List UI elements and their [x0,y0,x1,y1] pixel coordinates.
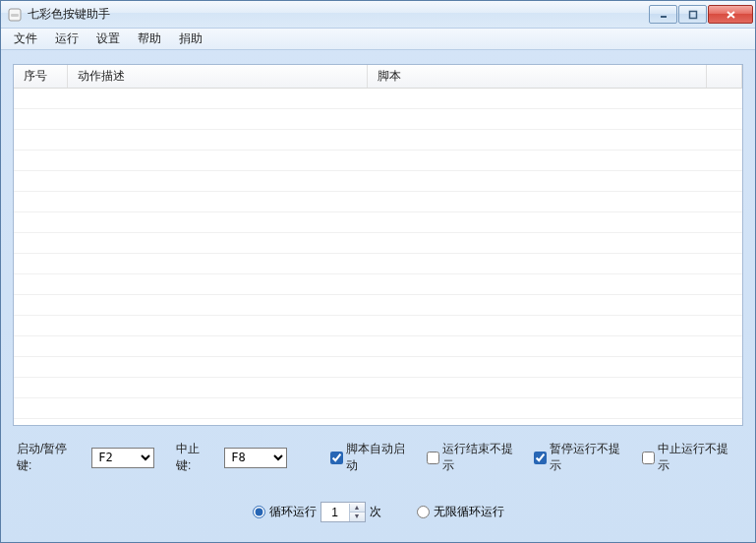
table-row[interactable] [14,192,742,212]
maximize-button[interactable] [678,5,707,24]
column-seq[interactable]: 序号 [14,65,68,88]
no-pause-prompt-label: 暂停运行不提示 [550,441,632,474]
client-area: 序号 动作描述 脚本 [1,50,755,542]
no-stop-prompt-label: 中止运行不提示 [658,441,740,474]
menu-help[interactable]: 帮助 [129,29,170,49]
window-title: 七彩色按键助手 [28,6,649,23]
no-stop-prompt-checkbox[interactable]: 中止运行不提示 [642,441,740,474]
app-icon [7,7,23,23]
main-window: 七彩色按键助手 文件 运行 设置 帮助 捐助 序号 动作描述 脚本 [0,0,756,543]
table-row[interactable] [14,151,742,171]
loop-infinite-input[interactable] [417,506,430,518]
column-script[interactable]: 脚本 [368,65,707,88]
window-controls [649,5,753,24]
loop-infinite-label: 无限循环运行 [434,504,504,520]
loop-count-field[interactable] [321,504,349,520]
menu-run[interactable]: 运行 [46,29,87,49]
close-button[interactable] [708,5,753,24]
stop-select[interactable]: F8 [224,448,287,468]
minimize-button[interactable] [649,5,677,24]
no-end-prompt-checkbox[interactable]: 运行结束不提示 [427,441,525,474]
menubar: 文件 运行 设置 帮助 捐助 [1,29,755,50]
table-row[interactable] [14,295,742,316]
menu-settings[interactable]: 设置 [87,29,129,49]
grid-body[interactable] [14,89,742,425]
table-row[interactable] [14,274,742,295]
no-end-prompt-input[interactable] [427,452,439,464]
table-row[interactable] [14,398,742,419]
menu-donate[interactable]: 捐助 [170,29,211,49]
auto-start-checkbox[interactable]: 脚本自动启动 [330,441,417,474]
menu-file[interactable]: 文件 [5,29,46,49]
table-row[interactable] [14,316,742,336]
table-row[interactable] [14,89,742,109]
loop-suffix: 次 [370,504,381,520]
table-row[interactable] [14,212,742,233]
no-pause-prompt-input[interactable] [534,452,547,464]
no-end-prompt-label: 运行结束不提示 [442,441,525,474]
table-row[interactable] [14,357,742,378]
auto-start-input[interactable] [330,452,343,464]
spinner-down-icon[interactable]: ▼ [350,513,365,521]
table-row[interactable] [14,378,742,398]
table-row[interactable] [14,130,742,151]
stop-label: 中止键: [176,441,214,474]
table-row[interactable] [14,254,742,274]
titlebar: 七彩色按键助手 [1,1,755,29]
start-pause-label: 启动/暂停键: [17,441,82,474]
action-grid: 序号 动作描述 脚本 [13,64,743,426]
no-stop-prompt-input[interactable] [642,452,655,464]
column-desc[interactable]: 动作描述 [68,65,368,88]
spinner-up-icon[interactable]: ▲ [350,504,365,513]
loop-row: 循环运行 ▲ ▼ 次 无限循环运行 [13,492,743,532]
loop-infinite-radio[interactable]: 无限循环运行 [417,504,504,520]
no-pause-prompt-checkbox[interactable]: 暂停运行不提示 [534,441,632,474]
table-row[interactable] [14,233,742,254]
svg-rect-3 [689,11,696,18]
column-spacer [707,65,742,88]
loop-count-radio[interactable]: 循环运行 ▲ ▼ 次 [253,502,381,522]
table-row[interactable] [14,109,742,130]
hotkey-row: 启动/暂停键: F2 中止键: F8 脚本自动启动 运行结束不提示 暂停运行不提… [13,441,743,474]
start-pause-select[interactable]: F2 [91,448,154,468]
loop-count-spinner[interactable]: ▲ ▼ [320,502,366,522]
grid-header: 序号 动作描述 脚本 [14,65,742,89]
table-row[interactable] [14,171,742,192]
auto-start-label: 脚本自动启动 [346,441,417,474]
loop-count-input[interactable] [253,506,265,518]
svg-rect-1 [11,14,19,17]
loop-label: 循环运行 [269,504,317,520]
table-row[interactable] [14,336,742,357]
